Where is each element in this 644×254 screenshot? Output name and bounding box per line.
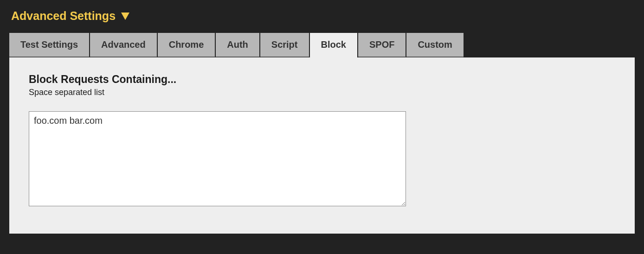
tabs-bar: Test Settings Advanced Chrome Auth Scrip…: [9, 33, 635, 57]
tab-spof[interactable]: SPOF: [358, 33, 406, 57]
tab-block[interactable]: Block: [310, 33, 358, 57]
advanced-settings-title[interactable]: Advanced Settings: [11, 9, 116, 23]
advanced-settings-header[interactable]: Advanced Settings: [9, 9, 635, 23]
tab-advanced[interactable]: Advanced: [90, 33, 158, 57]
tab-content: Block Requests Containing... Space separ…: [9, 57, 635, 234]
block-section-title: Block Requests Containing...: [29, 73, 615, 86]
tab-chrome[interactable]: Chrome: [158, 33, 216, 57]
tab-script[interactable]: Script: [260, 33, 310, 57]
tab-custom[interactable]: Custom: [406, 33, 463, 57]
triangle-down-icon[interactable]: [121, 13, 129, 20]
tab-auth[interactable]: Auth: [216, 33, 260, 57]
block-domains-textarea[interactable]: [29, 111, 406, 206]
tab-test-settings[interactable]: Test Settings: [9, 33, 90, 57]
block-section-subtitle: Space separated list: [29, 88, 615, 97]
